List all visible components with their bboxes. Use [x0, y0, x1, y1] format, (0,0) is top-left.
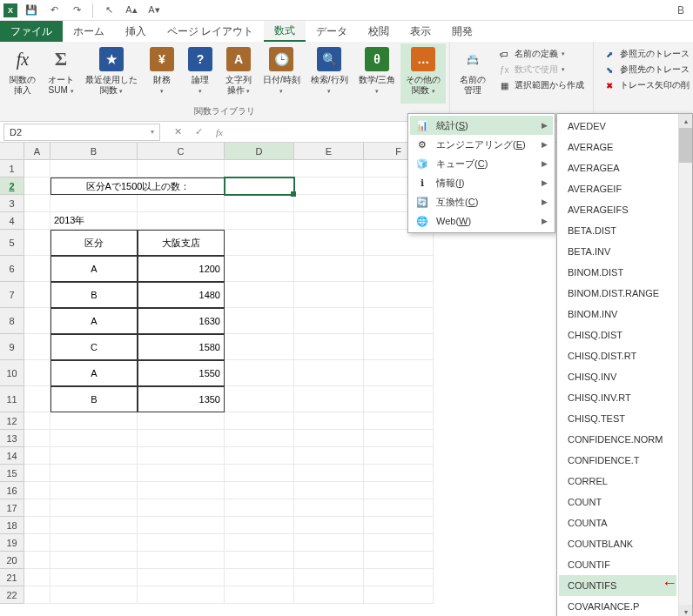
col-header-D[interactable]: D	[225, 143, 294, 160]
cell-D1[interactable]	[225, 160, 294, 177]
function-item-averageif[interactable]: AVERAGEIF	[559, 178, 676, 199]
cell-F14[interactable]	[364, 447, 434, 465]
row-header-11[interactable]: 11	[0, 386, 24, 412]
cell-D19[interactable]	[225, 534, 294, 552]
cell-B2[interactable]: 区分Aで1500以上の数：	[50, 177, 225, 195]
cell-D5[interactable]	[225, 230, 294, 256]
tab-page-layout[interactable]: ページ レイアウト	[157, 21, 264, 42]
function-item-chisq-dist-rt[interactable]: CHISQ.DIST.RT	[559, 345, 676, 366]
cell-B3[interactable]	[50, 195, 138, 212]
cell-E12[interactable]	[294, 412, 364, 430]
tab-developer[interactable]: 開発	[441, 21, 483, 42]
cell-B13[interactable]	[50, 430, 138, 447]
cell-F11[interactable]	[364, 386, 434, 412]
cell-C11[interactable]: 1350	[138, 386, 225, 412]
row-header-10[interactable]: 10	[0, 360, 24, 386]
cell-F7[interactable]	[364, 282, 434, 308]
row-header-20[interactable]: 20	[0, 552, 24, 569]
cell-C13[interactable]	[138, 430, 225, 447]
cell-B22[interactable]	[50, 586, 138, 604]
scroll-thumb[interactable]	[679, 128, 692, 163]
function-item-binom-inv[interactable]: BINOM.INV	[559, 304, 676, 325]
cell-A5[interactable]	[24, 230, 50, 256]
cell-F13[interactable]	[364, 430, 434, 447]
function-item-average[interactable]: AVERAGE	[559, 137, 676, 157]
cell-F22[interactable]	[364, 586, 434, 604]
insert-function-button[interactable]: fx 関数の挿入	[3, 44, 42, 104]
menu-web[interactable]: 🌐 Web(W) ▶	[410, 211, 553, 231]
cell-E21[interactable]	[294, 569, 364, 586]
tab-home[interactable]: ホーム	[63, 21, 115, 42]
cell-E4[interactable]	[294, 212, 364, 230]
cell-E9[interactable]	[294, 334, 364, 360]
enter-icon[interactable]: ✓	[190, 124, 207, 140]
row-header-19[interactable]: 19	[0, 534, 24, 552]
trace-precedents-button[interactable]: ⬈参照元のトレース	[602, 47, 690, 61]
cell-A9[interactable]	[24, 334, 50, 360]
math-button[interactable]: θ 数学/三角▾	[353, 44, 401, 104]
cell-E2[interactable]	[294, 177, 364, 195]
menu-statistics[interactable]: 📊 統計(S) ▶	[410, 116, 553, 135]
cell-A22[interactable]	[24, 586, 50, 604]
cell-E10[interactable]	[294, 360, 364, 386]
function-item-chisq-test[interactable]: CHISQ.TEST	[559, 408, 676, 429]
cell-B7[interactable]: B	[50, 282, 138, 308]
function-item-confidence-norm[interactable]: CONFIDENCE.NORM	[559, 429, 676, 450]
cell-D3[interactable]	[225, 195, 294, 212]
datetime-button[interactable]: 🕒 日付/時刻▾	[258, 44, 306, 104]
cell-A18[interactable]	[24, 517, 50, 534]
function-item-averageifs[interactable]: AVERAGEIFS	[559, 199, 676, 220]
cell-E18[interactable]	[294, 517, 364, 534]
function-item-chisq-inv[interactable]: CHISQ.INV	[559, 366, 676, 387]
cell-A3[interactable]	[24, 195, 50, 212]
row-header-15[interactable]: 15	[0, 465, 24, 482]
col-header-C[interactable]: C	[138, 143, 225, 160]
cell-D10[interactable]	[225, 360, 294, 386]
row-header-17[interactable]: 17	[0, 499, 24, 517]
cell-A16[interactable]	[24, 482, 50, 499]
cell-C19[interactable]	[138, 534, 225, 552]
cell-A1[interactable]	[24, 160, 50, 177]
cell-F9[interactable]	[364, 334, 434, 360]
cell-E8[interactable]	[294, 308, 364, 334]
cell-F15[interactable]	[364, 465, 434, 482]
pointer-icon[interactable]: ↖	[100, 2, 118, 19]
cell-B12[interactable]	[50, 412, 138, 430]
function-item-chisq-inv-rt[interactable]: CHISQ.INV.RT	[559, 387, 676, 408]
cell-F6[interactable]	[364, 256, 434, 282]
name-box[interactable]: D2 ▾	[3, 124, 160, 141]
tab-data[interactable]: データ	[306, 21, 358, 42]
cell-A8[interactable]	[24, 308, 50, 334]
scroll-up-icon[interactable]: ▴	[679, 114, 692, 128]
cell-E20[interactable]	[294, 552, 364, 569]
cell-C5[interactable]: 大阪支店	[138, 230, 225, 256]
tab-formulas[interactable]: 数式	[264, 21, 306, 42]
cell-F5[interactable]	[364, 230, 434, 256]
cell-B4[interactable]: 2013年	[50, 212, 138, 230]
font-decrease-icon[interactable]: A▾	[145, 2, 163, 19]
row-header-16[interactable]: 16	[0, 482, 24, 499]
row-header-4[interactable]: 4	[0, 212, 24, 230]
cell-B17[interactable]	[50, 499, 138, 517]
cell-B21[interactable]	[50, 569, 138, 586]
undo-icon[interactable]: ↶	[45, 2, 63, 19]
cell-C6[interactable]: 1200	[138, 256, 225, 282]
row-header-22[interactable]: 22	[0, 586, 24, 604]
cell-A13[interactable]	[24, 430, 50, 447]
recent-functions-button[interactable]: ★ 最近使用した関数 ▾	[80, 44, 143, 104]
cell-C20[interactable]	[138, 552, 225, 569]
tab-insert[interactable]: 挿入	[115, 21, 157, 42]
tab-review[interactable]: 校閲	[358, 21, 400, 42]
cell-D7[interactable]	[225, 282, 294, 308]
cell-C21[interactable]	[138, 569, 225, 586]
cell-B6[interactable]: A	[50, 256, 138, 282]
cell-D8[interactable]	[225, 308, 294, 334]
cell-F8[interactable]	[364, 308, 434, 334]
fx-button[interactable]: fx	[211, 124, 228, 140]
redo-icon[interactable]: ↷	[68, 2, 85, 19]
cell-D13[interactable]	[225, 430, 294, 447]
menu-compatibility[interactable]: 🔄 互換性(C) ▶	[410, 192, 553, 211]
cell-A21[interactable]	[24, 569, 50, 586]
cell-D2[interactable]	[225, 177, 294, 195]
cell-B15[interactable]	[50, 465, 138, 482]
